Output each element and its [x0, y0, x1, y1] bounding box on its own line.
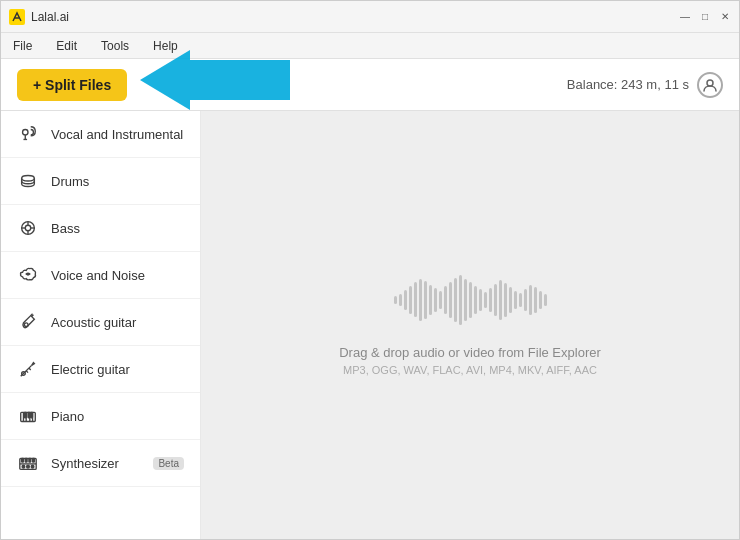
waveform-bar [454, 278, 457, 322]
close-button[interactable]: ✕ [719, 11, 731, 23]
waveform-bar [399, 294, 402, 306]
waveform-bar [394, 296, 397, 304]
waveform-bar [489, 288, 492, 312]
sidebar-label-electric-guitar: Electric guitar [51, 362, 130, 377]
waveform-bar [474, 286, 477, 314]
waveform-bar [529, 285, 532, 315]
app-icon [9, 9, 25, 25]
waveform-bar [434, 288, 437, 312]
drums-icon [17, 170, 39, 192]
waveform-bar [484, 292, 487, 308]
window-controls: — □ ✕ [679, 11, 731, 23]
main-content: Vocal and Instrumental Drums [1, 111, 739, 539]
waveform-visualization [394, 275, 547, 325]
sidebar-label-drums: Drums [51, 174, 89, 189]
svg-rect-26 [25, 458, 27, 462]
svg-rect-20 [24, 412, 26, 417]
arrow-annotation [60, 50, 290, 134]
title-bar: Lalal.ai — □ ✕ [1, 1, 739, 33]
waveform-bar [539, 291, 542, 309]
waveform-bar [459, 275, 462, 325]
svg-point-2 [22, 176, 35, 181]
svg-marker-32 [140, 50, 290, 110]
svg-line-13 [26, 371, 28, 373]
svg-rect-21 [28, 412, 30, 417]
waveform-bar [444, 286, 447, 314]
waveform-bar [514, 291, 517, 309]
sidebar-item-synthesizer[interactable]: Synthesizer Beta [1, 440, 200, 487]
drop-zone[interactable]: Drag & drop audio or video from File Exp… [201, 111, 739, 539]
piano-icon [17, 405, 39, 427]
waveform-bar [409, 286, 412, 314]
waveform-bar [404, 290, 407, 310]
synthesizer-icon [17, 452, 39, 474]
waveform-bar [469, 282, 472, 318]
svg-point-0 [707, 80, 713, 86]
sidebar-label-piano: Piano [51, 409, 84, 424]
waveform-bar [544, 294, 547, 306]
user-account-icon[interactable] [697, 72, 723, 98]
acoustic-guitar-icon [17, 311, 39, 333]
maximize-button[interactable]: □ [699, 11, 711, 23]
sidebar-label-acoustic-guitar: Acoustic guitar [51, 315, 136, 330]
balance-label: Balance: 243 m, 11 s [567, 77, 689, 92]
vocal-instrumental-icon [17, 123, 39, 145]
svg-rect-22 [31, 412, 33, 417]
waveform-bar [414, 282, 417, 317]
svg-rect-28 [33, 458, 35, 462]
waveform-bar [524, 289, 527, 311]
drop-zone-main-text: Drag & drop audio or video from File Exp… [339, 345, 601, 360]
sidebar-item-voice-noise[interactable]: Voice and Noise [1, 252, 200, 299]
sidebar-item-acoustic-guitar[interactable]: Acoustic guitar [1, 299, 200, 346]
waveform-bar [509, 287, 512, 313]
svg-point-30 [27, 465, 30, 468]
svg-point-29 [22, 465, 25, 468]
sidebar-label-voice-noise: Voice and Noise [51, 268, 145, 283]
voice-noise-icon [17, 264, 39, 286]
waveform-bar [424, 281, 427, 319]
sidebar-label-bass: Bass [51, 221, 80, 236]
electric-guitar-icon [17, 358, 39, 380]
waveform-bar [519, 293, 522, 307]
sidebar-item-electric-guitar[interactable]: Electric guitar [1, 346, 200, 393]
app-title: Lalal.ai [31, 10, 69, 24]
waveform-bar [439, 291, 442, 309]
waveform-bar [494, 284, 497, 316]
bass-icon [17, 217, 39, 239]
sidebar-label-synthesizer: Synthesizer [51, 456, 119, 471]
minimize-button[interactable]: — [679, 11, 691, 23]
beta-badge: Beta [153, 457, 184, 470]
waveform-bar [534, 287, 537, 313]
title-bar-left: Lalal.ai [9, 9, 69, 25]
waveform-bar [479, 289, 482, 311]
waveform-bar [499, 280, 502, 320]
sidebar-item-piano[interactable]: Piano [1, 393, 200, 440]
svg-rect-27 [29, 458, 31, 462]
sidebar-item-bass[interactable]: Bass [1, 205, 200, 252]
waveform-bar [504, 283, 507, 317]
svg-rect-25 [22, 458, 24, 462]
svg-line-14 [29, 368, 31, 370]
menu-item-file[interactable]: File [9, 37, 36, 55]
svg-point-4 [25, 225, 30, 230]
sidebar-item-drums[interactable]: Drums [1, 158, 200, 205]
waveform-bar [464, 279, 467, 321]
svg-point-1 [23, 129, 28, 134]
sidebar: Vocal and Instrumental Drums [1, 111, 201, 539]
drop-zone-sub-text: MP3, OGG, WAV, FLAC, AVI, MP4, MKV, AIFF… [343, 364, 597, 376]
svg-point-31 [31, 465, 34, 468]
svg-point-9 [24, 323, 28, 327]
waveform-bar [449, 282, 452, 318]
balance-area: Balance: 243 m, 11 s [567, 72, 723, 98]
waveform-bar [429, 285, 432, 315]
waveform-bar [419, 279, 422, 321]
